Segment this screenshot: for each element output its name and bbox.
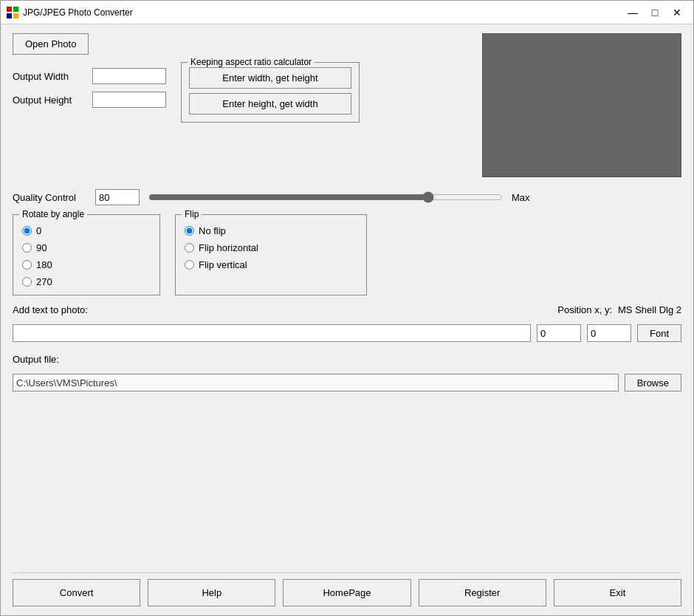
- quality-slider[interactable]: [148, 190, 503, 205]
- help-button[interactable]: Help: [148, 579, 275, 606]
- flip-legend: Flip: [182, 209, 202, 219]
- homepage-button[interactable]: HomePage: [283, 579, 410, 606]
- flip-no-label: No flip: [199, 225, 226, 236]
- rotate-legend: Rotate by angle: [19, 209, 87, 219]
- open-photo-button[interactable]: Open Photo: [13, 33, 89, 55]
- position-section: Position x, y: MS Shell Dlg 2: [557, 304, 681, 315]
- output-height-label: Output Height: [13, 95, 86, 106]
- window-title: JPG/JPEG Photo Converter: [23, 7, 622, 18]
- enter-width-get-height-button[interactable]: Enter width, get height: [189, 67, 351, 89]
- flip-horizontal-radio[interactable]: [185, 243, 194, 253]
- top-section: Open Photo Output Width Output Height: [13, 33, 681, 177]
- rotate-180-row: 180: [22, 259, 151, 270]
- position-label: Position x, y:: [557, 304, 612, 315]
- photo-preview: [482, 33, 681, 177]
- flip-no-radio[interactable]: [185, 226, 194, 236]
- rotate-270-row: 270: [22, 276, 151, 287]
- main-window: JPG/JPEG Photo Converter — □ ✕ Open Phot…: [0, 0, 694, 616]
- app-icon: [7, 7, 18, 18]
- open-photo-row: Open Photo: [13, 33, 475, 55]
- rotate-0-label: 0: [36, 225, 41, 236]
- rotate-90-label: 90: [36, 242, 47, 253]
- dimensions-section: Output Width Output Height Keeping aspec…: [13, 62, 475, 123]
- rotate-0-row: 0: [22, 225, 151, 236]
- flip-vertical-row: Flip vertical: [185, 259, 357, 270]
- rotate-90-radio[interactable]: [22, 243, 32, 253]
- main-content: Open Photo Output Width Output Height: [1, 24, 693, 615]
- minimize-button[interactable]: —: [622, 4, 643, 21]
- bottom-buttons-row: Convert Help HomePage Register Exit: [13, 572, 681, 606]
- rotate-270-label: 270: [36, 276, 52, 287]
- quality-input[interactable]: [95, 189, 140, 205]
- dimensions-inputs: Output Width Output Height: [13, 68, 166, 108]
- output-width-label: Output Width: [13, 71, 86, 82]
- rotate-180-label: 180: [36, 259, 52, 270]
- add-text-inputs-row: Font: [13, 324, 681, 342]
- position-x-input[interactable]: [537, 324, 581, 342]
- register-button[interactable]: Register: [419, 579, 546, 606]
- exit-button[interactable]: Exit: [554, 579, 681, 606]
- add-text-label-row: Add text to photo: Position x, y: MS She…: [13, 304, 681, 315]
- output-height-row: Output Height: [13, 92, 166, 108]
- output-width-row: Output Width: [13, 68, 166, 84]
- flip-horizontal-row: Flip horizontal: [185, 242, 357, 253]
- svg-rect-0: [7, 7, 12, 12]
- position-y-input[interactable]: [587, 324, 631, 342]
- flip-no-row: No flip: [185, 225, 357, 236]
- browse-button[interactable]: Browse: [625, 374, 681, 391]
- rotate-flip-row: Rotate by angle 0 90 180 270: [13, 214, 681, 295]
- quality-label: Quality Control: [13, 192, 86, 203]
- add-text-label: Add text to photo:: [13, 304, 88, 315]
- svg-rect-1: [13, 7, 18, 12]
- rotate-180-radio[interactable]: [22, 260, 32, 270]
- convert-button[interactable]: Convert: [13, 579, 140, 606]
- output-path-input[interactable]: [13, 374, 619, 391]
- output-height-input[interactable]: [92, 92, 166, 108]
- flip-vertical-radio[interactable]: [185, 260, 194, 270]
- output-file-label-row: Output file:: [13, 354, 681, 365]
- quality-max-label: Max: [512, 192, 530, 203]
- title-bar: JPG/JPEG Photo Converter — □ ✕: [1, 1, 693, 24]
- svg-rect-3: [13, 13, 18, 18]
- aspect-ratio-legend: Keeping aspect ratio calculator: [188, 57, 315, 67]
- aspect-ratio-group: Keeping aspect ratio calculator Enter wi…: [181, 62, 360, 123]
- close-button[interactable]: ✕: [667, 4, 687, 21]
- flip-horizontal-label: Flip horizontal: [199, 242, 258, 253]
- svg-rect-2: [7, 13, 12, 18]
- window-controls: — □ ✕: [622, 4, 687, 21]
- rotate-90-row: 90: [22, 242, 151, 253]
- flip-vertical-label: Flip vertical: [199, 259, 247, 270]
- add-text-input[interactable]: [13, 324, 531, 342]
- enter-height-get-width-button[interactable]: Enter height, get width: [189, 93, 351, 114]
- rotate-270-radio[interactable]: [22, 277, 32, 287]
- rotate-0-radio[interactable]: [22, 226, 32, 236]
- quality-row: Quality Control Max: [13, 189, 681, 205]
- top-left: Open Photo Output Width Output Height: [13, 33, 475, 123]
- rotate-group: Rotate by angle 0 90 180 270: [13, 214, 160, 295]
- output-width-input[interactable]: [92, 68, 166, 84]
- output-file-label: Output file:: [13, 354, 59, 365]
- maximize-button[interactable]: □: [645, 4, 665, 21]
- flip-group: Flip No flip Flip horizontal Flip vertic…: [175, 214, 367, 295]
- font-name-label: MS Shell Dlg 2: [618, 304, 681, 315]
- font-button[interactable]: Font: [637, 324, 681, 342]
- output-file-row: Browse: [13, 374, 681, 391]
